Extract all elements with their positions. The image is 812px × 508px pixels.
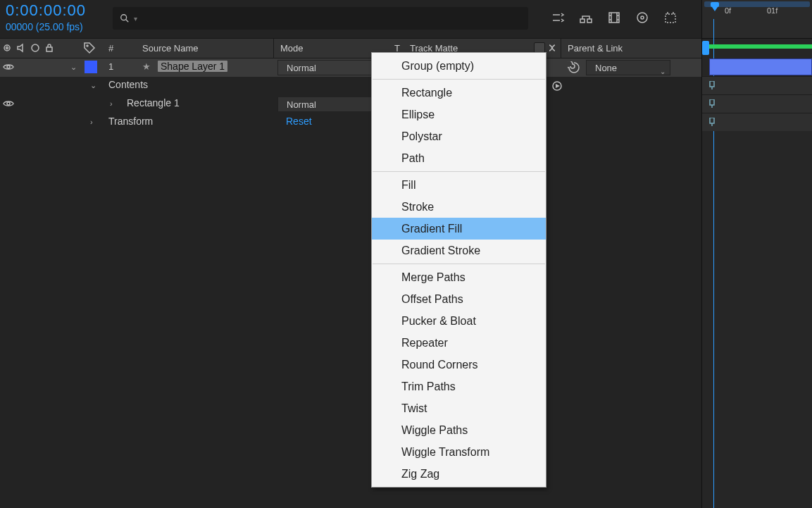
render-icon[interactable] [635, 10, 650, 25]
workarea-start-handle[interactable] [702, 41, 709, 55]
context-menu-item[interactable]: Pucker & Bloat [372, 310, 546, 332]
context-menu-item[interactable]: Wiggle Transform [372, 441, 546, 463]
svg-rect-4 [609, 13, 619, 23]
column-header: # Source Name Mode T Track Matte Parent … [0, 39, 701, 58]
contents-label: Contents [108, 79, 148, 90]
twirl-right-icon[interactable]: › [110, 99, 113, 108]
search-input[interactable]: ▾ [113, 7, 528, 30]
audio-column-icon[interactable] [15, 42, 27, 54]
layer-row[interactable]: ⌄ 1 ★ Shape Layer 1 Normal None⌄ [0, 58, 701, 77]
svg-point-18 [32, 44, 39, 51]
context-menu-separator [373, 171, 545, 172]
svg-point-20 [87, 45, 88, 47]
svg-rect-29 [710, 99, 714, 105]
context-menu-item[interactable]: Gradient Stroke [372, 240, 546, 261]
svg-point-12 [641, 16, 644, 19]
layer-index: 1 [108, 61, 113, 72]
filmstrip-icon[interactable] [606, 10, 622, 25]
context-menu-item[interactable]: Offset Paths [372, 288, 546, 310]
video-column-icon[interactable] [1, 42, 13, 54]
svg-point-17 [6, 47, 8, 49]
switch-toggle-2[interactable] [546, 42, 558, 54]
transform-label: Transform [108, 116, 153, 127]
cache-bar [709, 44, 812, 49]
blend-mode-dropdown[interactable]: Normal [277, 60, 383, 75]
context-menu-item[interactable]: Twist [372, 397, 546, 419]
context-menu-item[interactable]: Polystar [372, 125, 546, 147]
index-column-header[interactable]: # [108, 43, 113, 54]
visibility-eye-icon[interactable] [3, 98, 14, 109]
shape-layer-star-icon: ★ [142, 61, 151, 72]
keyframe-marker-icon[interactable] [708, 99, 716, 108]
context-menu-item[interactable]: Group (empty) [372, 55, 546, 77]
shape-group-name[interactable]: Rectangle 1 [127, 97, 180, 109]
context-menu-item[interactable]: Rectangle [372, 82, 546, 104]
contents-row[interactable]: ⌄ Contents [0, 77, 701, 95]
layer-duration-bar[interactable] [709, 58, 812, 75]
label-column-icon[interactable] [83, 42, 96, 54]
switches-icon[interactable] [550, 10, 566, 25]
twirl-down-icon[interactable]: ⌄ [90, 81, 96, 90]
context-menu-separator [373, 264, 545, 264]
svg-point-0 [121, 15, 127, 20]
svg-point-11 [637, 13, 647, 23]
svg-marker-23 [556, 84, 560, 88]
add-contents-icon[interactable] [552, 81, 562, 91]
solo-column-icon[interactable] [30, 42, 41, 54]
twirl-down-icon[interactable]: ⌄ [70, 63, 77, 72]
parent-dropdown[interactable]: None⌄ [586, 60, 670, 75]
context-menu-item[interactable]: Path [372, 147, 546, 169]
twirl-right-icon[interactable]: › [90, 118, 93, 126]
timeline-subrow [702, 76, 812, 94]
timeline-subrow [702, 94, 812, 113]
blend-mode-dropdown[interactable]: Normal [277, 97, 383, 112]
timeline-pane[interactable]: 0f 01f [701, 0, 812, 508]
svg-rect-31 [710, 118, 714, 123]
context-menu-item[interactable]: Stroke [372, 196, 546, 218]
context-menu-item[interactable]: Gradient Fill [372, 218, 546, 240]
svg-point-21 [7, 66, 10, 68]
context-menu-item[interactable]: Trim Paths [372, 376, 546, 397]
playhead-icon[interactable] [709, 1, 720, 13]
timeline-subrow [702, 113, 812, 131]
parent-column-header[interactable]: Parent & Link [568, 43, 623, 54]
context-menu-item[interactable]: Wiggle Paths [372, 419, 546, 441]
add-shape-context-menu[interactable]: Group (empty)RectangleEllipsePolystarPat… [371, 52, 546, 488]
svg-marker-26 [712, 7, 718, 11]
svg-point-16 [4, 45, 10, 51]
composition-icon[interactable] [663, 10, 678, 25]
shape-group-row[interactable]: › Rectangle 1 Normal [0, 95, 701, 113]
source-name-column-header[interactable]: Source Name [142, 43, 198, 54]
context-menu-item[interactable]: Merge Paths [372, 266, 546, 288]
context-menu-item[interactable]: Zig Zag [372, 463, 546, 485]
search-dropdown-caret: ▾ [134, 15, 137, 23]
frame-info: 00000 (25.00 fps) [6, 21, 83, 32]
svg-point-24 [7, 102, 10, 105]
svg-rect-25 [711, 2, 719, 7]
layer-name[interactable]: Shape Layer 1 [158, 61, 227, 72]
time-ruler[interactable]: 0f 01f [702, 0, 812, 39]
svg-rect-3 [587, 19, 592, 23]
ruler-tick-1: 01f [767, 6, 777, 15]
svg-line-1 [126, 20, 129, 23]
context-menu-item[interactable]: Ellipse [372, 104, 546, 125]
mode-column-header[interactable]: Mode [280, 43, 304, 54]
current-timecode[interactable]: 0:00:00:00 [6, 1, 86, 20]
lock-column-icon[interactable] [44, 42, 55, 54]
transform-row[interactable]: › Transform Reset [0, 113, 701, 132]
keyframe-marker-icon[interactable] [708, 81, 716, 89]
svg-rect-13 [666, 14, 675, 23]
parent-pickwhip-icon[interactable] [568, 61, 580, 74]
layer-label-color[interactable] [85, 61, 97, 73]
svg-rect-2 [580, 19, 585, 23]
svg-rect-27 [710, 81, 714, 87]
context-menu-item[interactable]: Round Corners [372, 354, 546, 376]
context-menu-item[interactable]: Repeater [372, 332, 546, 354]
visibility-eye-icon[interactable] [3, 61, 14, 73]
ruler-tick-0: 0f [725, 6, 731, 15]
modes-icon[interactable] [578, 10, 594, 25]
context-menu-separator [373, 79, 545, 80]
transform-reset-link[interactable]: Reset [286, 116, 312, 127]
context-menu-item[interactable]: Fill [372, 174, 546, 196]
keyframe-marker-icon[interactable] [708, 118, 716, 126]
